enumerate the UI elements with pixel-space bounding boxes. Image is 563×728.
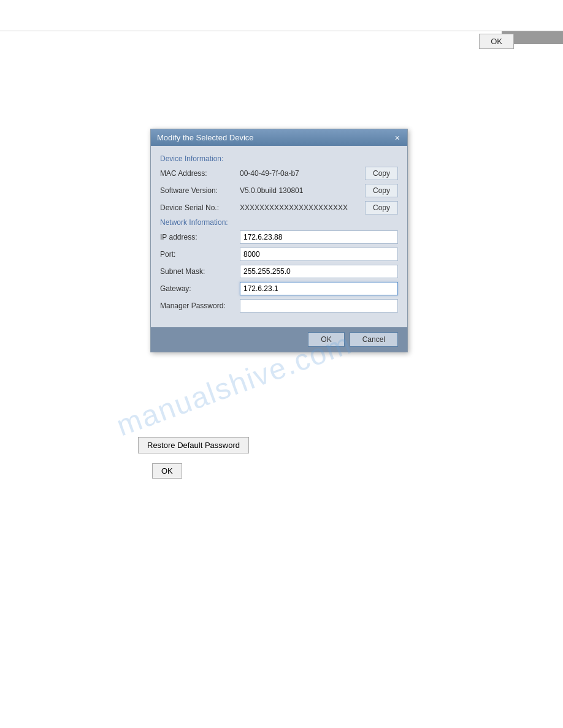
dialog-body: Device Information: MAC Address: 00-40-4… xyxy=(151,146,407,322)
network-info-section-label: Network Information: xyxy=(160,218,398,227)
port-input[interactable] xyxy=(240,248,398,261)
gateway-input[interactable] xyxy=(240,282,398,295)
gateway-row: Gateway: xyxy=(160,282,398,295)
top-ok-button[interactable]: OK xyxy=(479,34,514,49)
restore-default-password-button[interactable]: Restore Default Password xyxy=(138,437,249,453)
device-serial-value: XXXXXXXXXXXXXXXXXXXXXX xyxy=(240,203,361,212)
gateway-label: Gateway: xyxy=(160,284,240,293)
subnet-mask-row: Subnet Mask: xyxy=(160,265,398,278)
ip-address-input[interactable] xyxy=(240,230,398,244)
mac-address-label: MAC Address: xyxy=(160,169,240,178)
ip-address-label: IP address: xyxy=(160,233,240,241)
dialog-footer: OK Cancel xyxy=(151,327,407,352)
port-label: Port: xyxy=(160,250,240,259)
modify-device-dialog: Modify the Selected Device × Device Info… xyxy=(150,129,408,352)
dialog-title: Modify the Selected Device xyxy=(157,133,254,142)
device-serial-row: Device Serial No.: XXXXXXXXXXXXXXXXXXXXX… xyxy=(160,201,398,214)
dialog-close-button[interactable]: × xyxy=(394,134,401,142)
manager-password-input[interactable] xyxy=(240,299,398,313)
software-version-row: Software Version: V5.0.0build 130801 Cop… xyxy=(160,184,398,197)
device-serial-label: Device Serial No.: xyxy=(160,203,240,212)
subnet-mask-input[interactable] xyxy=(240,265,398,278)
ip-address-row: IP address: xyxy=(160,230,398,244)
port-row: Port: xyxy=(160,248,398,261)
subnet-mask-label: Subnet Mask: xyxy=(160,267,240,276)
top-ok-area: OK xyxy=(479,34,514,49)
device-info-section-label: Device Information: xyxy=(160,154,398,163)
manager-password-row: Manager Password: xyxy=(160,299,398,313)
software-version-copy-button[interactable]: Copy xyxy=(365,184,398,197)
mac-address-row: MAC Address: 00-40-49-7f-0a-b7 Copy xyxy=(160,167,398,180)
software-version-value: V5.0.0build 130801 xyxy=(240,186,361,195)
top-divider xyxy=(0,31,563,31)
manager-password-label: Manager Password: xyxy=(160,301,240,310)
software-version-label: Software Version: xyxy=(160,186,240,195)
dialog-ok-button[interactable]: OK xyxy=(308,332,344,347)
mac-address-value: 00-40-49-7f-0a-b7 xyxy=(240,169,361,178)
device-serial-copy-button[interactable]: Copy xyxy=(365,201,398,214)
bottom-ok-button[interactable]: OK xyxy=(152,463,182,479)
dialog-titlebar: Modify the Selected Device × xyxy=(151,129,407,146)
mac-address-copy-button[interactable]: Copy xyxy=(365,167,398,180)
dialog-cancel-button[interactable]: Cancel xyxy=(350,332,398,347)
